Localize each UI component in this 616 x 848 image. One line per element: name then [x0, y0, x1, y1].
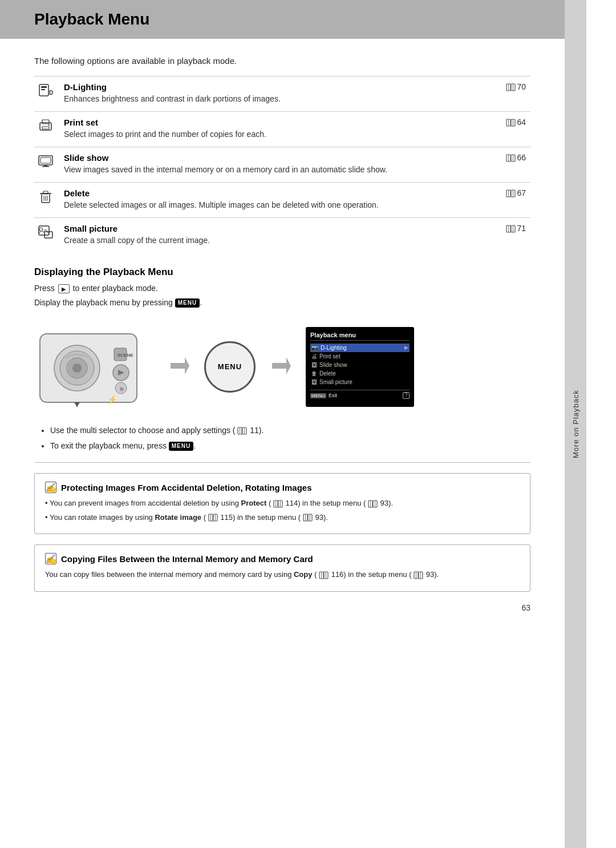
side-tab: More on Playback	[565, 0, 586, 848]
slide-show-icon	[34, 147, 59, 183]
svg-rect-2	[41, 89, 45, 90]
slide-show-ref: 66	[506, 153, 526, 162]
svg-point-45	[72, 364, 82, 373]
slide-show-cell: Slide show 66 View images saved in the i…	[59, 147, 530, 183]
delete-icon	[34, 183, 59, 218]
print-set-label: Print set	[64, 118, 98, 127]
note-text-2: You can copy files between the internal …	[45, 569, 520, 580]
camera-svg: SCENE ⊕ ⚡	[34, 322, 154, 411]
menu-button-circle: MENU	[204, 341, 256, 393]
note-box-2: ✍ Copying Files Between the Internal Mem…	[34, 544, 530, 592]
step1-text: Press ▶ to enter playback mode.	[34, 282, 530, 294]
small-picture-icon	[34, 218, 59, 253]
active-indicator: ▶	[404, 345, 408, 350]
menu-circle-label: MENU	[218, 362, 242, 371]
slide-show-header: Slide show 66	[64, 153, 526, 163]
svg-point-11	[48, 124, 50, 126]
menu-button-label-bullet: MENU	[169, 442, 193, 451]
playback-menu-screen: Playback menu 📷 D-Lighting ▶ 🖨 Print set…	[306, 327, 414, 407]
menu-table: D D-Lighting 70 Enhances brightness and …	[34, 76, 530, 253]
small-picture-ref: 71	[506, 224, 526, 233]
d-lighting-icon: D	[34, 76, 59, 112]
side-tab-text: More on Playback	[572, 390, 580, 458]
delete-cell: Delete 67 Delete selected images or all …	[59, 183, 530, 218]
bullet-item-1: Use the multi selector to choose and app…	[50, 425, 530, 437]
small-picture-cell: Small picture 71 Create a small copy of …	[59, 218, 530, 253]
svg-text:⊕: ⊕	[119, 386, 124, 392]
note-title-1: ✍ Protecting Images From Accidental Dele…	[45, 482, 520, 493]
print-set-cell: Print set 64 Select images to print and …	[59, 112, 530, 147]
note-icon-1: ✍	[45, 482, 56, 493]
svg-rect-17	[40, 158, 51, 163]
d-lighting-label: D-Lighting	[64, 82, 107, 92]
svg-rect-34	[39, 226, 49, 235]
menu-screen-item-small-picture: 🖼 Small picture	[310, 378, 410, 386]
page-header: Playback Menu	[0, 0, 565, 39]
slide-show-desc: View images saved in the internal memory…	[64, 165, 526, 180]
page-title: Playback Menu	[34, 10, 530, 29]
svg-rect-9	[42, 120, 49, 124]
d-lighting-cell: D-Lighting 70 Enhances brightness and co…	[59, 76, 530, 112]
menu-button-container: MENU	[204, 341, 256, 393]
table-row: D D-Lighting 70 Enhances brightness and …	[34, 76, 530, 112]
delete-desc: Delete selected images or all images. Mu…	[64, 200, 526, 215]
table-row: Delete 67 Delete selected images or all …	[34, 183, 530, 218]
menu-button-label: MENU	[175, 298, 200, 308]
print-set-ref: 64	[506, 118, 526, 127]
menu-screen-item-slide-show: 🖼 Slide show	[310, 361, 410, 369]
intro-text: The following options are available in p…	[34, 56, 530, 66]
svg-text:⚡: ⚡	[107, 395, 117, 405]
displaying-section-heading: Displaying the Playback Menu	[34, 266, 530, 278]
print-set-icon	[34, 112, 59, 147]
bullet-list: Use the multi selector to choose and app…	[34, 425, 530, 452]
note-box-1: ✍ Protecting Images From Accidental Dele…	[34, 473, 530, 534]
menu-screen-item-delete: 🗑 Delete	[310, 369, 410, 378]
table-row: Slide show 66 View images saved in the i…	[34, 147, 530, 183]
svg-rect-1	[41, 86, 47, 88]
help-icon: ?	[403, 392, 410, 399]
note-title-2: ✍ Copying Files Between the Internal Mem…	[45, 553, 520, 564]
play-button-icon: ▶	[58, 284, 70, 293]
menu-screen-footer: MENU Exit ?	[310, 390, 410, 399]
d-lighting-menu-icon: 📷	[311, 345, 318, 351]
print-set-header: Print set 64	[64, 118, 526, 128]
svg-marker-55	[171, 357, 189, 374]
delete-menu-icon: 🗑	[311, 370, 317, 377]
d-lighting-desc: Enhances brightness and contrast in dark…	[64, 94, 526, 109]
svg-rect-10	[42, 127, 49, 129]
table-row: Small picture 71 Create a small copy of …	[34, 218, 530, 253]
delete-label: Delete	[64, 188, 90, 198]
note-icon-2: ✍	[45, 553, 56, 564]
note-text-1a: • You can prevent images from accidental…	[45, 498, 520, 509]
menu-screen-item-d-lighting: 📷 D-Lighting ▶	[310, 344, 410, 352]
camera-container: SCENE ⊕ ⚡	[34, 322, 154, 411]
delete-ref: 67	[506, 188, 526, 197]
menu-exit-label: MENU Exit	[310, 393, 337, 398]
svg-text:SCENE: SCENE	[117, 353, 133, 358]
menu-screen-title: Playback menu	[310, 332, 410, 341]
menu-screen-item-print-set: 🖨 Print set	[310, 352, 410, 361]
print-set-menu-icon: 🖨	[311, 353, 317, 360]
arrow-1	[168, 354, 191, 379]
diagram-area: SCENE ⊕ ⚡	[34, 322, 530, 411]
divider-1	[34, 462, 530, 463]
page-number: 63	[34, 603, 530, 612]
bullet-item-2: To exit the playback menu, press MENU.	[50, 440, 530, 452]
svg-rect-16	[39, 156, 52, 165]
small-picture-label: Small picture	[64, 224, 117, 233]
slide-show-menu-icon: 🖼	[311, 362, 317, 368]
svg-marker-56	[272, 357, 291, 374]
slide-show-label: Slide show	[64, 153, 108, 163]
print-set-desc: Select images to print and the number of…	[64, 130, 526, 144]
table-row: Print set 64 Select images to print and …	[34, 112, 530, 147]
delete-header: Delete 67	[64, 188, 526, 199]
small-picture-desc: Create a small copy of the current image…	[64, 236, 526, 251]
arrow-2	[269, 354, 292, 379]
d-lighting-header: D-Lighting 70	[64, 82, 526, 92]
d-lighting-ref: 70	[506, 82, 526, 91]
step2-text: Display the playback menu by pressing ME…	[34, 297, 530, 309]
small-picture-menu-icon: 🖼	[311, 379, 317, 385]
svg-point-36	[39, 228, 43, 231]
note-text-1b: • You can rotate images by using Rotate …	[45, 512, 520, 523]
small-picture-header: Small picture 71	[64, 224, 526, 234]
